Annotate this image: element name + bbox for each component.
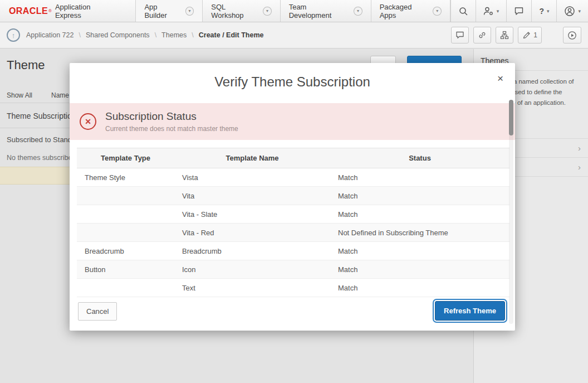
dialog-title: Verify Theme Subscription [70, 74, 515, 90]
page-title: Theme [7, 58, 45, 72]
search-button[interactable] [450, 0, 476, 22]
table-row: ButtonIconMatch [77, 260, 509, 279]
table-cell: Vita - Red [174, 224, 330, 242]
table-row: VitaMatch [77, 187, 509, 205]
table-cell: Match [330, 187, 509, 205]
breadcrumb: Application 722\Shared Components\Themes… [26, 31, 263, 39]
template-table-body: Theme StyleVistaMatchVitaMatchVita - Sla… [77, 168, 509, 297]
scrollbar-thumb[interactable] [509, 100, 513, 135]
chevron-down-icon: ▾ [433, 7, 441, 16]
chevron-down-icon: ▾ [547, 8, 550, 14]
pencil-icon [522, 31, 531, 40]
table-cell: Icon [174, 260, 330, 279]
table-row: TextMatch [77, 279, 509, 297]
error-circle-icon: ✕ [80, 113, 96, 130]
filter-tab-show-all[interactable]: Show All [7, 91, 32, 99]
breadcrumb-separator: \ [155, 31, 156, 39]
page-toolbar: 1 [451, 27, 581, 43]
hierarchy-icon [500, 31, 509, 40]
breadcrumb-item-create-edit-theme: Create / Edit Theme [199, 31, 264, 39]
breadcrumb-item-shared-components[interactable]: Shared Components [86, 31, 150, 39]
breadcrumb-separator: \ [192, 31, 193, 39]
account-button[interactable]: ▾ [556, 0, 588, 22]
table-row: BreadcrumbBreadcrumbMatch [77, 242, 509, 260]
help-button[interactable]: ? ▾ [531, 0, 556, 22]
top-nav: ORACLE ® Application Express App Builder… [0, 0, 588, 22]
table-cell: Match [330, 279, 509, 297]
tab-label: App Builder [144, 3, 180, 20]
alert-title: Subscription Status [105, 110, 238, 123]
table-cell: Match [330, 242, 509, 260]
link-icon [478, 31, 487, 40]
table-cell: Theme Style [77, 168, 174, 187]
alert-text: Subscription Status Current theme does n… [105, 110, 238, 133]
table-cell: Match [330, 168, 509, 187]
breadcrumb-separator: \ [79, 31, 80, 39]
chevron-right-icon: › [578, 162, 581, 172]
table-row: Theme StyleVistaMatch [77, 168, 509, 187]
tab-label: Team Development [289, 3, 349, 20]
table-cell: Text [174, 279, 330, 297]
shared-components-link-button[interactable] [473, 27, 491, 43]
tab-label: SQL Workshop [211, 3, 258, 20]
account-icon [564, 6, 575, 17]
table-cell [77, 187, 174, 205]
edit-page-button[interactable]: 1 [518, 27, 542, 43]
nav-tabs: App Builder▾SQL Workshop▾Team Developmen… [135, 0, 450, 22]
subscription-status-alert: ✕ Subscription Status Current theme does… [70, 103, 515, 140]
table-cell: Vita [174, 187, 330, 205]
alert-message: Current theme does not match master them… [105, 125, 238, 133]
filter-tab-name[interactable]: Name [51, 91, 69, 99]
nav-tab-sql-workshop[interactable]: SQL Workshop▾ [202, 0, 280, 22]
table-cell: Button [77, 260, 174, 279]
refresh-theme-button[interactable]: Refresh Theme [435, 301, 505, 321]
nav-utility: ▾ ? ▾ ▾ [450, 0, 588, 22]
administration-button[interactable]: ▾ [476, 0, 507, 22]
tab-label: Packaged Apps [380, 3, 428, 20]
nav-tab-app-builder[interactable]: App Builder▾ [135, 0, 202, 22]
breadcrumb-item-themes[interactable]: Themes [161, 31, 187, 39]
table-cell: Vista [174, 168, 330, 187]
comments-button[interactable] [451, 27, 469, 43]
feedback-button[interactable] [506, 0, 531, 22]
table-cell: Breadcrumb [174, 242, 330, 260]
col-header-status: Status [330, 148, 509, 168]
play-icon [567, 31, 577, 40]
table-row: Vita - RedNot Defined in Subscribing The… [77, 224, 509, 242]
verify-theme-subscription-dialog: Verify Theme Subscription × ✕ Subscripti… [70, 63, 515, 331]
section-title: Theme Subscriptions [7, 111, 80, 120]
table-cell: Match [330, 205, 509, 224]
run-application-button[interactable] [563, 27, 581, 43]
table-header-row: Template Type Template Name Status [77, 148, 509, 168]
edit-page-number: 1 [533, 31, 537, 39]
table-cell: Breadcrumb [77, 242, 174, 260]
nav-tab-team-development[interactable]: Team Development▾ [280, 0, 371, 22]
brand-suffix: Application Express [55, 3, 116, 20]
admin-user-gear-icon [483, 6, 494, 16]
col-header-template-name: Template Name [174, 148, 330, 168]
template-status-table: Template Type Template Name Status Theme… [77, 148, 509, 297]
chevron-down-icon: ▾ [578, 8, 581, 14]
table-row: Vita - SlateMatch [77, 205, 509, 224]
table-cell: Not Defined in Subscribing Theme [330, 224, 509, 242]
up-level-button[interactable]: ↑ [7, 28, 20, 42]
cancel-button[interactable]: Cancel [78, 302, 117, 321]
search-icon [458, 6, 468, 16]
hierarchy-button[interactable] [496, 27, 513, 43]
chat-bubble-icon [514, 6, 524, 16]
chevron-down-icon: ▾ [497, 8, 499, 14]
col-header-template-type: Template Type [77, 148, 174, 168]
close-icon[interactable]: × [497, 72, 503, 85]
table-cell: Vita - Slate [174, 205, 330, 224]
chevron-down-icon: ▾ [354, 7, 362, 16]
table-cell [77, 279, 174, 297]
chevron-down-icon: ▾ [263, 7, 271, 16]
table-cell: Match [330, 260, 509, 279]
brand: ORACLE ® Application Express [0, 0, 124, 22]
table-cell [77, 224, 174, 242]
nav-tab-packaged-apps[interactable]: Packaged Apps▾ [371, 0, 450, 22]
oracle-logo: ORACLE [9, 6, 48, 16]
arrow-up-icon: ↑ [12, 31, 16, 40]
breadcrumb-item-application-722[interactable]: Application 722 [26, 31, 74, 39]
comment-icon [455, 31, 464, 40]
